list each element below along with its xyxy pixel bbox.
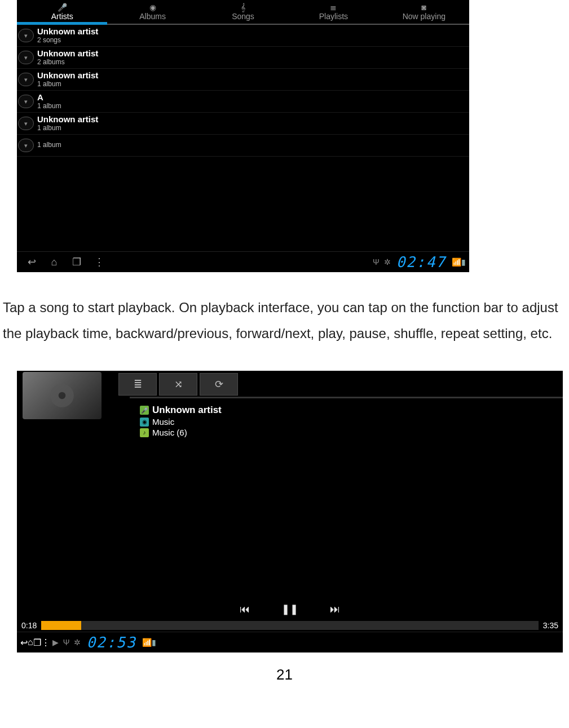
- artist-subtitle: 2 albums: [37, 59, 98, 66]
- note-icon: 𝄞: [241, 3, 245, 11]
- disc-icon: ◉: [149, 3, 156, 11]
- home-button[interactable]: ⌂: [28, 637, 33, 647]
- seek-fill: [41, 621, 81, 630]
- player-track: Music (6): [152, 428, 187, 437]
- expand-icon[interactable]: ▾: [18, 51, 34, 64]
- debug-icon: ✲: [382, 258, 393, 267]
- recent-apps-button[interactable]: ❐: [65, 256, 88, 268]
- artist-row[interactable]: ▾ 1 album: [17, 135, 469, 157]
- pause-button[interactable]: ❚❚: [281, 603, 298, 615]
- artist-subtitle: 1 album: [37, 103, 61, 110]
- menu-button[interactable]: ⋮: [88, 256, 111, 268]
- divider: [130, 397, 563, 398]
- artist-name: Unknown artist: [37, 26, 98, 36]
- tab-songs[interactable]: 𝄞 Songs: [198, 0, 288, 24]
- seek-bar[interactable]: [41, 621, 539, 630]
- home-button[interactable]: ⌂: [43, 256, 65, 268]
- expand-icon[interactable]: ▾: [18, 73, 34, 86]
- usb-icon: Ψ: [61, 638, 72, 647]
- tab-playlists[interactable]: ≣ Playlists: [288, 0, 378, 24]
- usb-icon: Ψ: [370, 258, 382, 267]
- artist-list: ▾ Unknown artist 2 songs ▾ Unknown artis…: [17, 25, 469, 157]
- artist-row[interactable]: ▾ Unknown artist 2 songs: [17, 25, 469, 47]
- artist-name: A: [37, 92, 61, 102]
- transport-controls: ⏮ ❚❚ ⏭: [17, 602, 563, 616]
- tab-label: Songs: [232, 12, 254, 21]
- artist-badge-icon: 🎤: [140, 406, 149, 415]
- statusbar-clock: 02:53: [83, 634, 139, 651]
- artist-subtitle: 1 album: [37, 125, 98, 132]
- expand-icon[interactable]: ▾: [18, 139, 34, 152]
- debug-icon: ✲: [72, 638, 83, 647]
- tab-now-playing[interactable]: ◙ Now playing: [379, 0, 469, 24]
- mic-icon: 🎤: [58, 3, 67, 11]
- wifi-icon: 📶▮: [449, 258, 466, 267]
- track-badge-icon: ♪: [140, 428, 149, 437]
- repeat-icon: ⟳: [215, 378, 223, 390]
- nowplaying-icon: ◙: [422, 3, 426, 11]
- artist-name: Unknown artist: [37, 48, 98, 58]
- system-navbar: ↩ ⌂ ❐ ⋮ Ψ ✲ 02:47 📶▮: [17, 251, 469, 272]
- instruction-paragraph: Tap a song to start playback. On playbac…: [0, 295, 569, 357]
- back-button[interactable]: ↩: [20, 637, 28, 648]
- screenshot-artist-list: 🎤 Artists ◉ Albums 𝄞 Songs ≣ Playlists ◙: [17, 0, 469, 272]
- list-icon: ≣: [330, 3, 337, 11]
- tab-albums[interactable]: ◉ Albums: [107, 0, 197, 24]
- page-number: 21: [0, 652, 569, 683]
- track-metadata: 🎤 Unknown artist ◉ Music ♪ Music (6): [140, 403, 222, 438]
- player-album: Music: [152, 417, 174, 427]
- expand-icon[interactable]: ▾: [18, 95, 34, 108]
- repeat-button[interactable]: ⟳: [200, 373, 238, 396]
- artist-row[interactable]: ▾ Unknown artist 1 album: [17, 113, 469, 135]
- recent-apps-button[interactable]: ❐: [33, 637, 41, 648]
- system-navbar: ↩ ⌂ ❐ ⋮ ▶ Ψ ✲ 02:53 📶▮: [17, 632, 563, 652]
- next-button[interactable]: ⏭: [327, 603, 343, 615]
- artist-subtitle: 2 songs: [37, 37, 98, 45]
- previous-button[interactable]: ⏮: [236, 603, 253, 615]
- artist-name: Unknown artist: [37, 70, 98, 80]
- tab-artists[interactable]: 🎤 Artists: [17, 0, 107, 24]
- artist-row[interactable]: ▾ A 1 album: [17, 91, 469, 113]
- time-total: 3:35: [543, 621, 558, 630]
- tab-label: Artists: [51, 12, 73, 21]
- artist-row[interactable]: ▾ Unknown artist 1 album: [17, 69, 469, 91]
- tab-label: Now playing: [403, 12, 446, 21]
- wifi-icon: 📶▮: [140, 638, 156, 647]
- album-art[interactable]: [23, 372, 102, 419]
- music-tabbar: 🎤 Artists ◉ Albums 𝄞 Songs ≣ Playlists ◙: [17, 0, 469, 25]
- artist-name: Unknown artist: [37, 114, 98, 124]
- expand-icon[interactable]: ▾: [18, 117, 34, 130]
- expand-icon[interactable]: ▾: [18, 29, 34, 42]
- player-artist: Unknown artist: [152, 405, 222, 416]
- svg-point-1: [59, 392, 66, 399]
- menu-button[interactable]: ⋮: [41, 637, 50, 648]
- artist-row[interactable]: ▾ Unknown artist 2 albums: [17, 47, 469, 69]
- back-button[interactable]: ↩: [20, 256, 43, 268]
- shuffle-button[interactable]: ⤨: [159, 373, 197, 396]
- artist-subtitle: 1 album: [37, 141, 61, 149]
- statusbar-clock: 02:47: [393, 254, 449, 270]
- album-badge-icon: ◉: [140, 418, 149, 427]
- shuffle-icon: ⤨: [174, 378, 183, 390]
- artist-subtitle: 1 album: [37, 81, 98, 88]
- queue-button[interactable]: ≣: [118, 373, 157, 396]
- seek-bar-row: 0:18 3:35: [21, 621, 558, 630]
- time-elapsed: 0:18: [21, 621, 37, 630]
- screenshot-player: ≣ ⤨ ⟳ 🎤 Unknown artist ◉ Music ♪ Music (…: [17, 371, 563, 652]
- tab-label: Albums: [139, 12, 166, 21]
- tab-label: Playlists: [319, 12, 348, 21]
- play-indicator-icon: ▶: [50, 638, 61, 647]
- queue-icon: ≣: [134, 378, 142, 390]
